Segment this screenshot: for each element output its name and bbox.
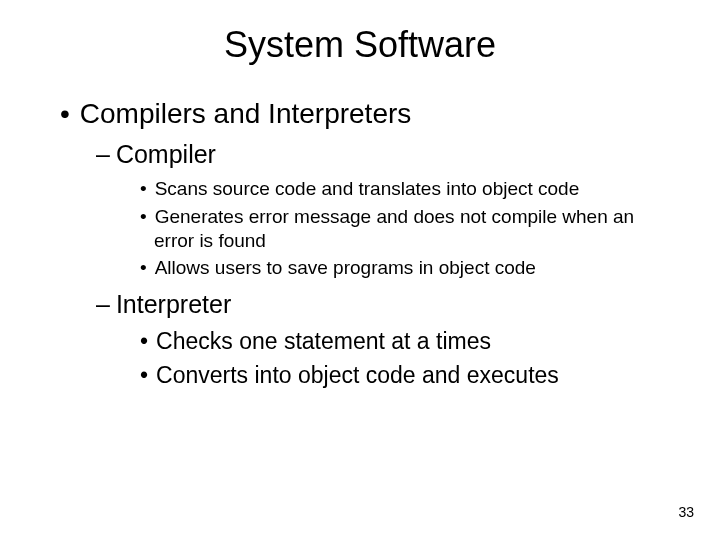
level1-item: •Compilers and Interpreters [60, 98, 660, 130]
bullet-icon: • [140, 257, 147, 278]
page-number: 33 [678, 504, 694, 520]
level3-item: •Allows users to save programs in object… [140, 256, 660, 280]
slide-title: System Software [60, 24, 660, 66]
interpreter-point-2: Converts into object code and executes [156, 362, 559, 388]
interpreter-point-1: Checks one statement at a times [156, 328, 491, 354]
bullet-icon: • [140, 328, 148, 354]
level2-item-compiler: –Compiler [96, 140, 660, 169]
level1-text: Compilers and Interpreters [80, 98, 411, 129]
compiler-point-1: Scans source code and translates into ob… [155, 178, 580, 199]
dash-icon: – [96, 140, 110, 168]
bullet-icon: • [140, 362, 148, 388]
compiler-heading: Compiler [116, 140, 216, 168]
level3-item: •Generates error message and does not co… [140, 205, 660, 253]
compiler-point-3: Allows users to save programs in object … [155, 257, 536, 278]
dash-icon: – [96, 290, 110, 318]
bullet-icon: • [60, 98, 70, 129]
bullet-icon: • [140, 206, 147, 227]
level3-item: •Converts into object code and executes [140, 361, 660, 391]
level3-item: •Scans source code and translates into o… [140, 177, 660, 201]
slide: System Software •Compilers and Interpret… [0, 0, 720, 540]
interpreter-heading: Interpreter [116, 290, 231, 318]
level2-item-interpreter: –Interpreter [96, 290, 660, 319]
compiler-point-2: Generates error message and does not com… [154, 206, 634, 251]
bullet-icon: • [140, 178, 147, 199]
level3-item: •Checks one statement at a times [140, 327, 660, 357]
